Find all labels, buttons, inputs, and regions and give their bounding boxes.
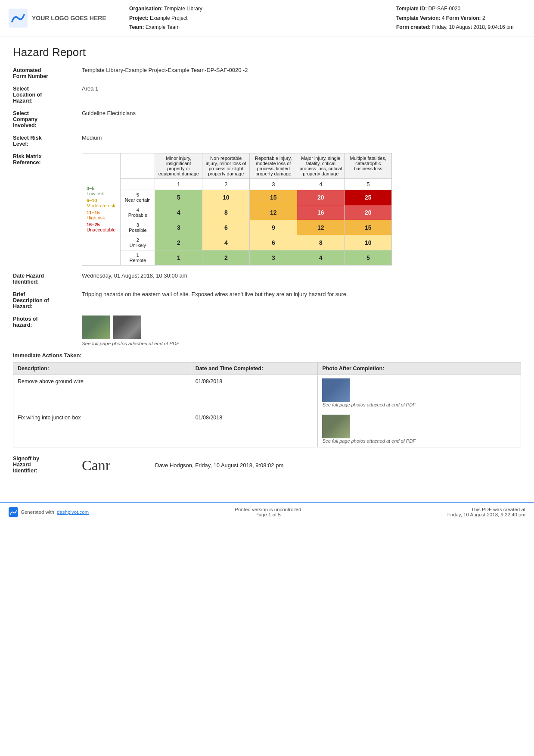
form-created-label: Form created: (396, 24, 431, 30)
actions-col-photo: Photo After Completion: (318, 362, 521, 375)
main-content: Hazard Report AutomatedForm Number Templ… (0, 37, 534, 489)
consequence-num-3: 3 (250, 178, 297, 190)
footer-center: Printed version is uncontrolled Page 1 o… (235, 507, 301, 517)
cell-2-2: 4 (202, 235, 250, 250)
likelihood-2: 2Unlikely (121, 235, 155, 250)
brief-desc-label-text: BriefDescription ofHazard: (13, 291, 49, 309)
cell-1-1: 1 (155, 250, 202, 265)
cell-4-3: 12 (250, 205, 297, 220)
project-value: Example Project (150, 15, 187, 21)
date-hazard-field-row: Date HazardIdentified: Wednesday, 01 Aug… (13, 272, 521, 285)
likelihood-5: 5Near certain (121, 190, 155, 205)
legend-low: 0–5Low risk (87, 186, 115, 196)
action-1-description: Remove above ground wire (13, 375, 191, 411)
hazard-photo-2 (113, 316, 141, 339)
page-title: Hazard Report (13, 46, 521, 59)
signoff-row: Signoff byHazardIdentifier: Canr Dave Ho… (13, 455, 521, 476)
company-value: Guideline Electricians (82, 110, 136, 128)
cell-4-2: 8 (202, 205, 250, 220)
cell-3-1: 3 (155, 220, 202, 235)
action-row-1: Remove above ground wire 01/08/2018 See … (13, 375, 521, 411)
risk-level-value: Medium (82, 134, 102, 147)
date-hazard-label: Date HazardIdentified: (13, 272, 82, 285)
cell-3-5: 15 (345, 220, 392, 235)
footer-right-line2: Friday, 10 August 2018, 9:22:40 pm (447, 512, 525, 517)
footer-page-of: of 5 (273, 512, 281, 517)
cell-1-2: 2 (202, 250, 250, 265)
matrix-row-5: 5Near certain 5 10 15 20 25 (121, 190, 392, 205)
cell-5-2: 10 (202, 190, 250, 205)
brief-desc-label: BriefDescription ofHazard: (13, 291, 82, 309)
signoff-content: Canr Dave Hodgson, Friday, 10 August 201… (82, 455, 283, 476)
action-2-description: Fix wiring into junction box (13, 411, 191, 447)
hazard-photos (82, 316, 179, 339)
immediate-actions-header: Immediate Actions Taken: (13, 352, 521, 359)
action-2-photo-cell: See full page photos attached at end of … (322, 415, 516, 444)
cell-4-5: 20 (345, 205, 392, 220)
risk-level-field-row: Select RiskLevel: Medium (13, 134, 521, 147)
footer-center-line1: Printed version is uncontrolled (235, 507, 301, 512)
project-label: Project: (129, 15, 149, 21)
risk-matrix-table: Minor injury, insignificant property or … (120, 153, 392, 266)
logo-icon (9, 9, 28, 28)
risk-level-label: Select RiskLevel: (13, 134, 82, 147)
footer-link[interactable]: dashpivot.com (57, 509, 89, 515)
automated-label-text: AutomatedForm Number (13, 67, 48, 79)
matrix-num-corner (121, 178, 155, 190)
location-label: SelectLocation ofHazard: (13, 85, 82, 104)
date-hazard-label-text: Date HazardIdentified: (13, 273, 44, 285)
cell-5-1: 5 (155, 190, 202, 205)
footer-logo: Generated with dashpivot.com (9, 507, 89, 517)
action-1-date: 01/08/2018 (191, 375, 318, 411)
matrix-row-2: 2Unlikely 2 4 6 8 10 (121, 235, 392, 250)
cell-3-2: 6 (202, 220, 250, 235)
hazard-photo-1 (82, 316, 110, 339)
consequence-col-2: Non-reportable injury, minor loss of pro… (202, 153, 250, 178)
footer-right: This PDF was created at Friday, 10 Augus… (447, 507, 525, 517)
cell-1-4: 4 (297, 250, 345, 265)
header-right: Template ID: DP-SAF-0020 Template Versio… (396, 4, 525, 32)
cell-4-1: 4 (155, 205, 202, 220)
location-value: Area 1 (82, 85, 98, 104)
date-hazard-value: Wednesday, 01 August 2018, 10:30:00 am (82, 272, 187, 285)
signoff-label: Signoff byHazardIdentifier: (13, 455, 82, 476)
photos-content: See full page photos attached at end of … (82, 316, 179, 346)
photos-field-row: Photos ofhazard: See full page photos at… (13, 316, 521, 346)
action-2-thumbnail (322, 415, 350, 438)
action-1-thumbnail (322, 378, 350, 402)
risk-level-label-text: Select RiskLevel: (13, 135, 42, 147)
automated-value: Template Library-Example Project-Example… (82, 67, 248, 79)
cell-5-5: 25 (345, 190, 392, 205)
risk-matrix-label: Risk MatrixReference: (13, 153, 82, 166)
action-1-photo: See full page photos attached at end of … (318, 375, 521, 411)
risk-legend: 0–5Low risk 6–10Moderate risk 11–15High … (82, 153, 120, 266)
consequence-num-2: 2 (202, 178, 250, 190)
matrix-corner (121, 153, 155, 178)
actions-col-date: Date and Time Completed: (191, 362, 318, 375)
automated-field-row: AutomatedForm Number Template Library-Ex… (13, 67, 521, 79)
team-label: Team: (129, 24, 144, 30)
company-label: SelectCompanyInvolved: (13, 110, 82, 128)
location-field-row: SelectLocation ofHazard: Area 1 (13, 85, 521, 104)
logo-text: YOUR LOGO GOES HERE (32, 15, 106, 22)
likelihood-1: 1Remote (121, 250, 155, 265)
immediate-actions-section: Immediate Actions Taken: Description: Da… (13, 352, 521, 447)
form-version-value: 2 (482, 15, 485, 21)
form-version-label: Form Version: (446, 15, 481, 21)
cell-5-4: 20 (297, 190, 345, 205)
action-2-photo: See full page photos attached at end of … (318, 411, 521, 447)
company-field-row: SelectCompanyInvolved: Guideline Electri… (13, 110, 521, 128)
template-version-label: Template Version: (396, 15, 440, 21)
signoff-label-text: Signoff byHazardIdentifier: (13, 456, 39, 474)
consequence-col-3: Reportable injury, moderate loss of proc… (250, 153, 297, 178)
page-header: YOUR LOGO GOES HERE Organisation: Templa… (0, 0, 534, 37)
brief-desc-value: Tripping hazards on the eastern wall of … (82, 291, 348, 309)
legend-unacceptable: 16–25Unacceptable (87, 222, 115, 232)
brief-desc-field-row: BriefDescription ofHazard: Tripping haza… (13, 291, 521, 309)
cell-1-5: 5 (345, 250, 392, 265)
cell-3-3: 9 (250, 220, 297, 235)
action-1-photo-cell: See full page photos attached at end of … (322, 378, 516, 407)
consequence-col-5: Multiple fatalities, catastrophic busine… (345, 153, 392, 178)
risk-matrix-label-text: Risk MatrixReference: (13, 153, 42, 166)
template-id-label: Template ID: (396, 6, 427, 12)
